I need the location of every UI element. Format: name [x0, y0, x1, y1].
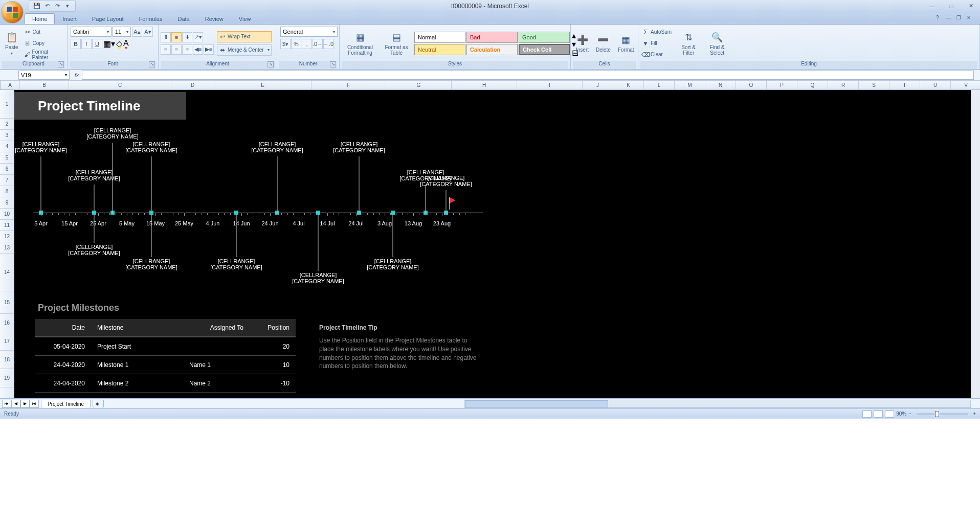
maximize-button[interactable]: □	[944, 2, 959, 10]
fill-button[interactable]: ▼Fill	[640, 38, 673, 49]
percent-button[interactable]: %	[291, 39, 301, 49]
undo-icon[interactable]: ↶	[42, 2, 52, 11]
col-header-G[interactable]: G	[386, 81, 452, 89]
decrease-indent-button[interactable]: ◀≡	[193, 44, 203, 55]
col-header-A[interactable]: A	[1, 81, 20, 89]
bold-button[interactable]: B	[71, 39, 81, 49]
col-header-S[interactable]: S	[859, 81, 889, 89]
grow-font-button[interactable]: A▴	[132, 27, 142, 37]
font-launcher[interactable]: ↘	[149, 61, 155, 67]
row-header-18[interactable]: 18	[0, 351, 14, 369]
col-header-D[interactable]: D	[171, 81, 214, 89]
tab-data[interactable]: Data	[170, 13, 197, 24]
row-header-9[interactable]: 9	[0, 197, 14, 209]
col-header-O[interactable]: O	[736, 81, 767, 89]
close-workbook-icon[interactable]: ✕	[967, 15, 974, 22]
cell-style-check-cell[interactable]: Check Cell	[519, 44, 570, 55]
fx-button[interactable]: fx	[72, 71, 82, 80]
zoom-slider[interactable]	[917, 413, 968, 415]
format-painter-button[interactable]: 🖌Format Painter	[23, 50, 65, 60]
vertical-scrollbar[interactable]	[971, 90, 980, 398]
cell-style-normal[interactable]: Normal	[414, 32, 465, 43]
row-header-3[interactable]: 3	[0, 130, 14, 141]
milestone-marker[interactable]	[92, 211, 96, 215]
row-header-17[interactable]: 17	[0, 332, 14, 351]
tab-formulas[interactable]: Formulas	[131, 13, 170, 24]
milestone-marker[interactable]	[316, 211, 320, 215]
col-milestone[interactable]: Milestone	[91, 324, 183, 331]
tab-insert[interactable]: Insert	[55, 13, 84, 24]
comma-button[interactable]: ,	[302, 39, 312, 49]
tab-nav-prev[interactable]: ◀	[11, 400, 20, 408]
alignment-launcher[interactable]: ↘	[268, 61, 274, 67]
row-header-16[interactable]: 16	[0, 314, 14, 332]
col-position[interactable]: Position	[250, 324, 296, 331]
office-button[interactable]	[1, 1, 24, 24]
row-header-10[interactable]: 10	[0, 209, 14, 220]
align-left-button[interactable]: ≡	[161, 44, 171, 55]
table-row[interactable]: 05-04-2020Project Start20	[35, 337, 296, 356]
cell-style-calculation[interactable]: Calculation	[466, 44, 518, 55]
col-header-T[interactable]: T	[889, 81, 920, 89]
zoom-level[interactable]: 90%	[896, 411, 906, 417]
sheet-tab-project-timeline[interactable]: Project Timeline	[41, 400, 91, 408]
row-header-2[interactable]: 2	[0, 119, 14, 130]
font-size-combo[interactable]: 11▾	[113, 27, 131, 37]
paste-button[interactable]: 📋Paste▾	[2, 30, 21, 57]
align-bottom-button[interactable]: ⬇	[182, 32, 192, 42]
timeline-chart[interactable]: 5 Apr15 Apr25 Apr5 May15 May25 May4 Jun1…	[33, 121, 503, 289]
font-name-combo[interactable]: Calibri▾	[71, 27, 112, 37]
tab-home[interactable]: Home	[25, 13, 55, 24]
col-header-F[interactable]: F	[311, 81, 386, 89]
row-header-7[interactable]: 7	[0, 175, 14, 186]
autosum-button[interactable]: ΣAutoSum	[640, 27, 673, 37]
name-box[interactable]: V19▾	[18, 71, 70, 80]
tab-nav-next[interactable]: ▶	[20, 400, 30, 408]
border-button[interactable]: ▦▾	[103, 39, 115, 49]
insert-cells-button[interactable]: ➕Insert	[573, 33, 592, 54]
col-header-U[interactable]: U	[920, 81, 951, 89]
tab-review[interactable]: Review	[197, 13, 231, 24]
shrink-font-button[interactable]: A▾	[143, 27, 153, 37]
cut-button[interactable]: ✂Cut	[23, 27, 65, 37]
col-header-C[interactable]: C	[69, 81, 171, 89]
conditional-formatting-button[interactable]: ▦Conditional Formatting	[342, 30, 378, 57]
col-header-N[interactable]: N	[705, 81, 736, 89]
row-header-5[interactable]: 5	[0, 152, 14, 164]
find-select-button[interactable]: 🔍Find & Select	[704, 30, 730, 57]
font-color-button[interactable]: A	[123, 39, 129, 49]
col-date[interactable]: Date	[35, 324, 91, 331]
zoom-knob[interactable]	[935, 411, 939, 417]
help-icon[interactable]: ?	[936, 15, 943, 22]
increase-indent-button[interactable]: ▶≡	[204, 44, 214, 55]
tab-nav-first[interactable]: ⏮	[2, 400, 11, 408]
col-header-H[interactable]: H	[452, 81, 517, 89]
tab-view[interactable]: View	[231, 13, 259, 24]
horizontal-scrollbar[interactable]	[464, 400, 971, 408]
normal-view-button[interactable]	[862, 410, 872, 418]
redo-icon[interactable]: ↷	[53, 2, 62, 11]
align-middle-button[interactable]: ≡	[171, 32, 182, 42]
zoom-out-button[interactable]: −	[908, 411, 911, 417]
row-header-14[interactable]: 14	[0, 254, 14, 291]
orientation-button[interactable]: ↗▾	[193, 32, 203, 42]
align-center-button[interactable]: ≡	[171, 44, 182, 55]
new-sheet-tab[interactable]: ✶	[93, 400, 104, 408]
clipboard-launcher[interactable]: ↘	[58, 61, 64, 67]
table-row[interactable]: 24-04-2020Milestone 1Name 110	[35, 356, 296, 374]
row-header-13[interactable]: 13	[0, 242, 14, 254]
row-header-12[interactable]: 12	[0, 231, 14, 242]
sort-filter-button[interactable]: ⇅Sort & Filter	[675, 30, 702, 57]
merge-center-button[interactable]: ⬌Merge & Center▾	[217, 44, 272, 56]
wrap-text-button[interactable]: ↩Wrap Text	[217, 31, 272, 42]
col-header-J[interactable]: J	[583, 81, 613, 89]
tab-nav-last[interactable]: ⏭	[30, 400, 39, 408]
page-break-view-button[interactable]	[885, 410, 894, 418]
col-header-V[interactable]: V	[951, 81, 980, 89]
cell-style-neutral[interactable]: Neutral	[414, 44, 465, 55]
decrease-decimal-button[interactable]: ←.0	[323, 39, 333, 49]
underline-button[interactable]: U	[92, 39, 102, 49]
number-format-combo[interactable]: General▾	[280, 27, 338, 37]
col-header-Q[interactable]: Q	[797, 81, 828, 89]
format-cells-button[interactable]: ▦Format	[615, 33, 637, 54]
